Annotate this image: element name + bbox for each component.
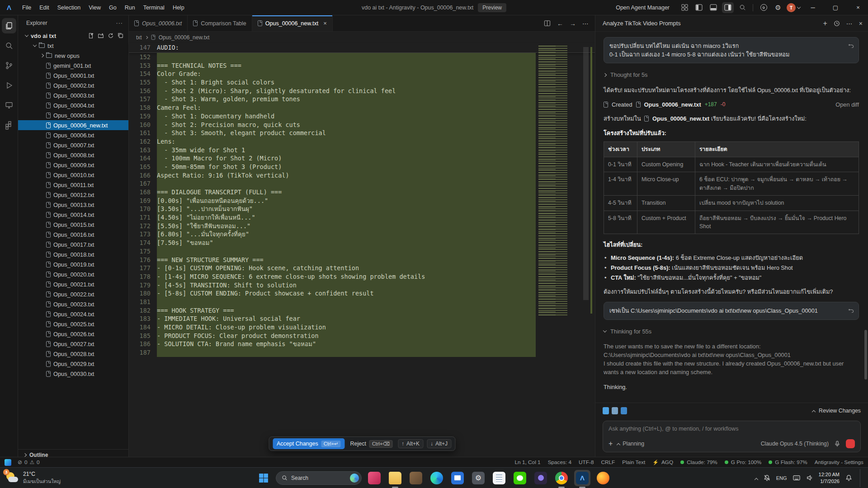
editor-scrollbar[interactable] — [583, 47, 589, 300]
editor-more-actions-icon[interactable]: ⋯ — [582, 20, 589, 27]
maximize-button[interactable]: ▢ — [826, 0, 845, 15]
model-selector[interactable]: Claude Opus 4.5 (Thinking) — [761, 441, 829, 447]
file-tree-item[interactable]: Opus_00007.txt — [18, 140, 128, 150]
new-file-icon[interactable] — [88, 33, 94, 39]
file-tree-item[interactable]: Opus_00013.txt — [18, 200, 128, 210]
split-editor-icon[interactable] — [544, 20, 551, 27]
restore-checkpoint-icon[interactable] — [848, 307, 854, 313]
file-tree-item[interactable]: Opus_00004.txt — [18, 100, 128, 110]
code-editor[interactable]: 147AUDIO: 152 153=== TECHNICAL NOTES ===… — [129, 43, 595, 457]
taskbar-search[interactable]: Search — [276, 471, 362, 485]
antigravity-status-icon[interactable] — [5, 459, 11, 466]
file-tree-item[interactable]: Opus_00002.txt — [18, 80, 128, 90]
file-tree-item[interactable]: Opus_00006.txt — [18, 130, 128, 140]
accept-changes-button[interactable]: Accept ChangesCtrl+↵ — [273, 438, 344, 449]
toggle-bottom-panel-icon[interactable] — [708, 2, 719, 13]
file-tree-item[interactable]: Opus_00026.txt — [18, 329, 128, 339]
agent-more-actions-icon[interactable]: ⋯ — [846, 20, 853, 27]
search-icon[interactable] — [736, 2, 748, 13]
taskbar-antigravity-icon[interactable]: Λ — [574, 470, 590, 486]
file-tree-item[interactable]: Opus_00008.txt — [18, 150, 128, 160]
close-tab-icon[interactable]: × — [323, 20, 327, 27]
navigate-forward-icon[interactable]: → — [570, 20, 576, 27]
status-bar-item[interactable]: ⚡ Spaces: 4 — [548, 459, 571, 465]
preview-badge[interactable]: Preview — [478, 3, 506, 12]
taskbar-notepad-icon[interactable] — [491, 470, 507, 486]
close-button[interactable]: × — [848, 0, 868, 15]
file-tree-item[interactable]: Opus_00003.txt — [18, 90, 128, 100]
file-tree-item[interactable]: Opus_00030.txt — [18, 369, 128, 379]
thinking-toggle[interactable]: Thinking for 55s — [604, 327, 859, 336]
weather-widget[interactable]: 3 21°C มีเมฆเป็นส่วนใหญ่ — [0, 471, 104, 485]
file-created-row[interactable]: Created Opus_00006_new.txt +187 -0 Open … — [604, 100, 859, 109]
menu-item[interactable]: View — [85, 3, 105, 13]
user-message[interactable]: เซฟเป็น C:\Users\sjminipc\Documents\vdo … — [604, 302, 859, 319]
agent-input-box[interactable]: Ask anything (Ctrl+L), @ to mention, / f… — [603, 421, 861, 452]
volume-icon[interactable] — [806, 474, 813, 481]
extensions-icon[interactable] — [2, 117, 16, 133]
agent-scrollbar[interactable] — [864, 330, 867, 380]
status-bar-item[interactable]: ⚡ UTF-8 — [579, 459, 594, 465]
status-bar-item[interactable]: ⚡ Plain Text — [622, 459, 645, 465]
tree-root-vdo-ai-txt[interactable]: vdo ai txt — [18, 31, 128, 41]
status-bar-item[interactable]: ⚡ G Pro: 100% — [725, 459, 762, 465]
breadcrumb[interactable]: txt Opus_00006_new.txt — [129, 32, 595, 43]
taskbar-app-premiere-icon[interactable] — [366, 470, 382, 486]
problems-indicator[interactable]: ⊘0 ⚠0 — [18, 459, 40, 465]
restore-checkpoint-icon[interactable] — [848, 42, 854, 48]
file-tree-item[interactable]: Opus_00009.txt — [18, 160, 128, 170]
show-desktop-button[interactable] — [860, 469, 862, 487]
file-tree-item[interactable]: Opus_00018.txt — [18, 249, 128, 259]
file-tree-item[interactable]: Opus_00006_new.txt — [18, 120, 128, 130]
gear-icon[interactable]: ⚙ — [772, 2, 784, 13]
status-bar-item[interactable]: ⚡ Ln 1, Col 1 — [515, 459, 541, 465]
file-tree-item[interactable]: Opus_00005.txt — [18, 110, 128, 120]
history-icon[interactable] — [834, 20, 840, 27]
new-conversation-icon[interactable]: + — [823, 19, 827, 28]
thought-toggle[interactable]: Thought for 5s — [604, 70, 859, 79]
file-tree-item[interactable]: Opus_00015.txt — [18, 220, 128, 230]
menu-item[interactable]: Terminal — [139, 3, 169, 13]
tab-opus-00006-new[interactable]: Opus_00006_new.txt × — [252, 15, 333, 31]
keyboard-icon[interactable] — [793, 475, 800, 481]
account-menu[interactable]: T — [787, 3, 800, 12]
previous-change-button[interactable]: ↑ Alt+K — [398, 439, 423, 448]
file-tree-item[interactable]: gemini_001.txt — [18, 61, 128, 70]
reject-button[interactable]: RejectCtrl+⌫ — [348, 440, 394, 448]
model-provider-icon[interactable] — [758, 2, 769, 13]
file-tree-item[interactable]: Opus_00017.txt — [18, 239, 128, 249]
file-tree-item[interactable]: Opus_00025.txt — [18, 319, 128, 329]
next-change-button[interactable]: ↓ Alt+J — [427, 439, 451, 448]
status-bar-item[interactable]: ⚡ Antigravity - Settings — [815, 459, 863, 465]
file-tree-item[interactable]: Opus_00016.txt — [18, 230, 128, 239]
new-folder-icon[interactable] — [98, 33, 104, 39]
file-tree-item[interactable]: Opus_00024.txt — [18, 309, 128, 319]
explorer-more-actions[interactable]: ··· — [116, 20, 123, 26]
minimize-button[interactable]: ─ — [803, 0, 823, 15]
tab-comparison-table[interactable]: Comparison Table — [188, 15, 252, 31]
tab-opus-00006[interactable]: Opus_00006.txt — [129, 15, 188, 31]
user-message[interactable]: ขอปรับเปลี่ยน บทได้ไหม แต่เน้น ฉาก miacr… — [604, 37, 859, 63]
review-changes-button[interactable]: Review Changes — [812, 408, 861, 414]
file-tree-item[interactable]: Opus_00014.txt — [18, 210, 128, 220]
stop-generation-button[interactable] — [846, 439, 855, 448]
tree-folder-new-opus[interactable]: new opus — [18, 51, 128, 61]
file-tree-item[interactable]: Opus_00028.txt — [18, 349, 128, 359]
status-bar-item[interactable]: ⚡ CRLF — [601, 459, 615, 465]
clock[interactable]: 12:20 AM 1/7/2026 — [819, 471, 840, 485]
taskbar-settings-icon[interactable]: ⚙ — [470, 470, 486, 486]
menu-item[interactable]: Go — [105, 3, 121, 13]
file-tree-item[interactable]: Opus_00010.txt — [18, 170, 128, 180]
status-bar-item[interactable]: ⚡ Claude: 79% — [680, 459, 717, 465]
refresh-icon[interactable] — [108, 33, 114, 39]
status-bar-item[interactable]: ⚡ AGQ — [652, 459, 673, 465]
menu-item[interactable]: Run — [121, 3, 139, 13]
close-panel-icon[interactable]: × — [859, 20, 863, 27]
taskbar-chrome-icon[interactable] — [553, 470, 570, 486]
run-debug-icon[interactable] — [2, 78, 16, 93]
status-bar-item[interactable]: ⚡ G Flash: 97% — [769, 459, 807, 465]
minimap[interactable] — [537, 43, 575, 323]
file-tree-item[interactable]: Opus_00029.txt — [18, 359, 128, 369]
source-control-icon[interactable] — [2, 58, 16, 73]
microphone-icon[interactable] — [834, 441, 840, 447]
